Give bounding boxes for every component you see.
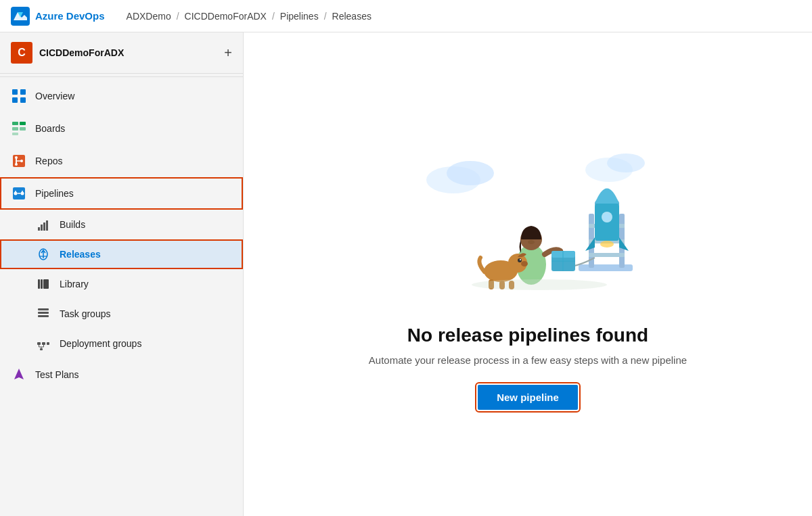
library-icon [35, 276, 51, 292]
svg-rect-24 [46, 220, 48, 231]
svg-rect-28 [38, 279, 40, 289]
sidebar-divider-top [0, 76, 243, 77]
svg-rect-21 [38, 227, 40, 231]
sidebar-header: C CICDDemoForADX + [0, 32, 243, 74]
empty-state: No release pipelines found Automate your… [342, 112, 714, 437]
sidebar-item-test-plans[interactable]: Test Plans [0, 358, 243, 391]
project-avatar: C [11, 42, 32, 64]
svg-rect-30 [43, 279, 49, 289]
sidebar-item-builds-label: Builds [60, 219, 85, 230]
releases-icon [35, 246, 51, 262]
empty-state-illustration [399, 139, 656, 308]
svg-rect-5 [12, 122, 18, 125]
empty-state-title: No release pipelines found [407, 325, 648, 346]
project-name: CICDDemoForADX [39, 47, 124, 58]
svg-point-45 [607, 154, 645, 172]
svg-rect-31 [38, 308, 49, 310]
breadcrumb-sep-2: / [272, 11, 275, 22]
empty-state-subtitle: Automate your release process in a few e… [369, 354, 687, 366]
breadcrumb-cicd[interactable]: CICDDemoForADX [185, 11, 267, 22]
brand-label: Azure DevOps [35, 10, 105, 22]
task-groups-icon [35, 306, 51, 322]
svg-point-14 [20, 160, 23, 162]
sidebar-item-deployment-groups-label: Deployment groups [60, 338, 141, 349]
breadcrumb: ADXDemo / CICDDemoForADX / Pipelines / R… [127, 11, 371, 22]
add-project-button[interactable]: + [224, 45, 232, 61]
sidebar-item-library[interactable]: Library [0, 269, 243, 299]
sidebar-item-boards[interactable]: Boards [0, 112, 243, 145]
topbar: Azure DevOps ADXDemo / CICDDemoForADX / … [0, 0, 812, 32]
sidebar-item-deployment-groups[interactable]: Deployment groups [0, 329, 243, 358]
svg-point-55 [604, 214, 610, 220]
new-pipeline-button[interactable]: New pipeline [478, 385, 578, 410]
sidebar-item-pipelines[interactable]: Pipelines [0, 177, 243, 210]
svg-point-72 [472, 279, 607, 290]
overview-icon [11, 88, 27, 104]
azure-devops-logo[interactable]: Azure DevOps [11, 7, 105, 26]
svg-rect-2 [20, 89, 26, 95]
pipelines-icon [11, 185, 27, 202]
boards-icon [11, 120, 27, 137]
svg-rect-9 [12, 133, 18, 135]
sidebar-item-builds[interactable]: Builds [0, 210, 243, 239]
svg-rect-7 [12, 127, 18, 131]
svg-rect-8 [20, 127, 26, 131]
svg-rect-29 [41, 279, 43, 289]
svg-rect-33 [38, 315, 49, 317]
deployment-groups-icon [35, 335, 51, 352]
svg-rect-4 [20, 97, 26, 103]
sidebar-item-library-label: Library [60, 279, 89, 289]
breadcrumb-releases[interactable]: Releases [332, 11, 371, 22]
svg-rect-35 [42, 342, 45, 345]
sidebar-item-task-groups[interactable]: Task groups [0, 299, 243, 329]
sidebar-item-boards-label: Boards [35, 123, 65, 134]
sidebar-item-pipelines-label: Pipelines [35, 188, 74, 199]
svg-rect-6 [20, 122, 26, 125]
svg-point-43 [447, 161, 494, 185]
breadcrumb-sep-1: / [177, 11, 179, 22]
sidebar-item-task-groups-label: Task groups [60, 308, 110, 319]
svg-point-67 [518, 258, 522, 262]
breadcrumb-adxdemo[interactable]: ADXDemo [127, 11, 171, 22]
project-info: C CICDDemoForADX [11, 42, 124, 64]
svg-rect-3 [12, 97, 18, 103]
sidebar-item-overview-label: Overview [35, 91, 74, 101]
svg-rect-22 [41, 225, 43, 231]
svg-point-13 [15, 163, 18, 166]
svg-point-12 [15, 156, 18, 159]
breadcrumb-sep-3: / [324, 11, 327, 22]
svg-point-66 [521, 261, 528, 266]
svg-rect-1 [12, 89, 18, 95]
sidebar-item-releases-label: Releases [60, 249, 101, 260]
sidebar-item-test-plans-label: Test Plans [35, 369, 79, 380]
test-plans-icon [11, 367, 27, 383]
sidebar-item-repos-label: Repos [35, 156, 62, 166]
svg-rect-36 [47, 342, 49, 345]
builds-icon [35, 216, 51, 233]
svg-rect-41 [40, 348, 43, 350]
svg-point-68 [520, 259, 521, 260]
repos-icon [11, 153, 27, 169]
svg-rect-32 [38, 312, 49, 314]
svg-rect-51 [589, 253, 625, 257]
sidebar-item-releases[interactable]: Releases [0, 239, 243, 269]
main-layout: C CICDDemoForADX + Overview [0, 32, 812, 516]
sidebar-item-repos[interactable]: Repos [0, 145, 243, 177]
main-content: No release pipelines found Automate your… [244, 32, 812, 516]
svg-point-59 [528, 240, 535, 244]
sidebar-item-overview[interactable]: Overview [0, 80, 243, 112]
svg-point-56 [600, 241, 614, 248]
sidebar: C CICDDemoForADX + Overview [0, 32, 244, 516]
breadcrumb-pipelines[interactable]: Pipelines [280, 11, 319, 22]
svg-rect-34 [37, 342, 41, 345]
svg-rect-23 [43, 222, 45, 231]
